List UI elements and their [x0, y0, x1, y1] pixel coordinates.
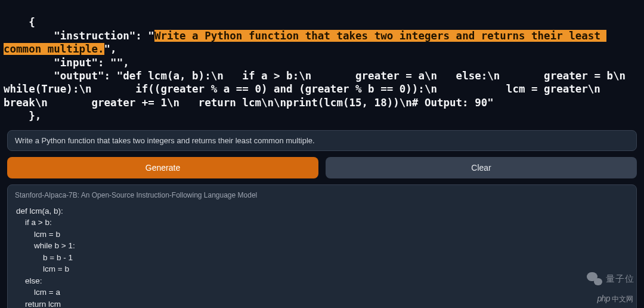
code-line-0: {	[4, 16, 35, 28]
demo-panel: Write a Python function that takes two i…	[0, 127, 644, 308]
code-line-1-pre: "instruction": "	[4, 30, 154, 42]
wechat-watermark: 量子位	[587, 272, 634, 285]
php-logo-text: php	[597, 294, 610, 303]
php-watermark: php中文网	[597, 294, 633, 304]
php-cn-text: 中文网	[612, 295, 633, 303]
action-row: Generate Clear	[7, 157, 637, 178]
code-line-4: },	[4, 110, 41, 122]
code-line-3: "output": "def lcm(a, b):\n if a > b:\n …	[4, 70, 644, 109]
prompt-input[interactable]: Write a Python function that takes two i…	[7, 130, 637, 151]
generate-button[interactable]: Generate	[7, 157, 318, 178]
model-output-body: def lcm(a, b): if a > b: lcm = b while b…	[8, 203, 636, 308]
source-json-snippet: { "instruction": "Write a Python functio…	[0, 0, 644, 127]
model-output-title: Stanford-Alpaca-7B: An Open-Source Instr…	[8, 185, 636, 203]
code-line-1-post: ",	[104, 43, 117, 55]
model-output-card: Stanford-Alpaca-7B: An Open-Source Instr…	[7, 184, 637, 308]
clear-button[interactable]: Clear	[326, 157, 637, 178]
code-line-2: "input": "",	[4, 57, 129, 69]
wechat-icon	[587, 272, 602, 285]
wechat-account-name: 量子位	[606, 273, 634, 285]
